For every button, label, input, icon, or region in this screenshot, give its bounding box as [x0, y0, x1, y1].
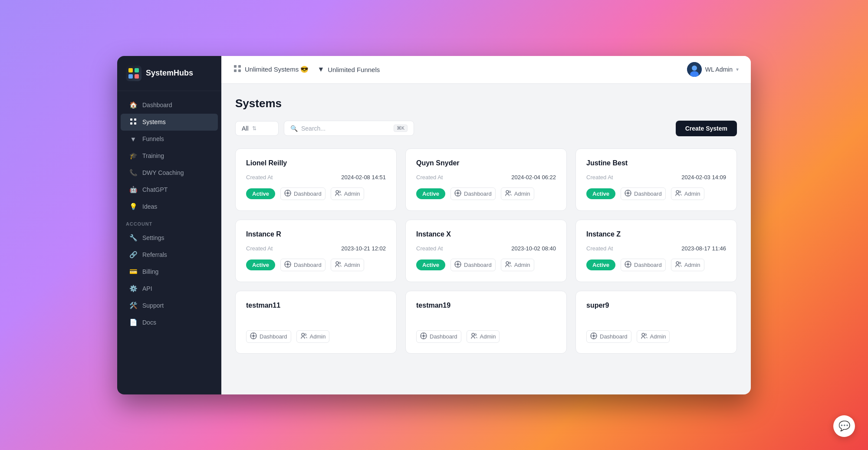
system-card: Instance Z Created At 2023-08-17 11:46 A… — [575, 220, 737, 282]
svg-rect-8 — [234, 65, 237, 68]
status-badge: Active — [416, 188, 445, 199]
systems-pill: Unlimited Systems 😎 — [233, 65, 309, 74]
dashboard-button[interactable]: Dashboard — [586, 330, 631, 343]
dashboard-button[interactable]: Dashboard — [416, 330, 461, 343]
admin-icon — [300, 332, 307, 341]
sidebar-item-billing[interactable]: 💳 Billing — [121, 263, 218, 280]
dashboard-button[interactable]: Dashboard — [621, 259, 666, 271]
chat-button[interactable]: 💬 — [833, 415, 855, 437]
system-card: testman19 Dashboard — [405, 291, 567, 354]
admin-button[interactable]: Admin — [637, 330, 670, 343]
dashboard-button[interactable]: Dashboard — [280, 259, 326, 271]
account-section-label: ACCOUNT — [117, 215, 221, 229]
card-actions: Dashboard Admin — [416, 330, 556, 343]
svg-rect-5 — [134, 118, 136, 121]
admin-icon — [470, 332, 477, 341]
filter-dropdown[interactable]: All ⇅ — [235, 121, 279, 136]
admin-button[interactable]: Admin — [467, 330, 500, 343]
systems-icon — [129, 118, 137, 126]
svg-rect-10 — [234, 69, 237, 72]
search-icon: 🔍 — [290, 125, 298, 132]
admin-icon — [335, 190, 342, 198]
svg-point-49 — [642, 333, 644, 336]
svg-point-36 — [627, 263, 629, 265]
filter-value: All — [242, 125, 249, 132]
dashboard-icon — [625, 261, 631, 269]
admin-icon — [675, 190, 682, 198]
admin-button[interactable]: Admin — [331, 187, 364, 200]
sidebar-item-api[interactable]: ⚙️ API — [121, 280, 218, 297]
created-label: Created At — [416, 174, 443, 181]
card-actions: Active Dashboard — [416, 187, 556, 200]
dashboard-icon — [284, 190, 291, 198]
docs-icon: 📄 — [129, 319, 137, 326]
header: Unlimited Systems 😎 ▼ Unlimited Funnels … — [221, 56, 751, 84]
admin-button[interactable]: Admin — [671, 187, 704, 200]
admin-button[interactable]: Admin — [501, 187, 534, 200]
sidebar-item-dwy-coaching[interactable]: 📞 DWY Coaching — [121, 164, 218, 181]
sidebar-item-chatgpt[interactable]: 🤖 ChatGPT — [121, 181, 218, 198]
dashboard-button[interactable]: Dashboard — [246, 330, 291, 343]
card-actions: Active Dashboard — [246, 259, 386, 271]
admin-icon — [505, 261, 512, 269]
sidebar-label-api: API — [142, 285, 152, 292]
svg-rect-1 — [135, 68, 139, 72]
card-actions: Active Dashboard — [246, 187, 386, 200]
funnels-icon: ▼ — [129, 135, 137, 143]
card-actions: Active Dashboard — [586, 187, 726, 200]
sidebar-item-settings[interactable]: 🔧 Settings — [121, 230, 218, 246]
card-actions: Dashboard Admin — [246, 330, 386, 343]
sidebar-item-dashboard[interactable]: 🏠 Dashboard — [121, 97, 218, 113]
status-badge: Active — [586, 188, 615, 199]
card-meta: Created At 2024-02-08 14:51 — [246, 174, 386, 181]
created-date: 2024-02-08 14:51 — [341, 174, 386, 181]
chevron-down-icon: ▾ — [736, 66, 739, 72]
user-menu[interactable]: WL Admin ▾ — [687, 62, 739, 77]
funnels-plan-icon: ▼ — [317, 66, 324, 73]
header-pills: Unlimited Systems 😎 ▼ Unlimited Funnels — [233, 65, 687, 74]
svg-rect-9 — [238, 65, 241, 68]
card-title: testman11 — [246, 302, 386, 309]
svg-point-34 — [509, 262, 510, 264]
svg-point-32 — [457, 263, 459, 265]
svg-point-17 — [336, 191, 339, 193]
card-title: Instance Z — [586, 230, 726, 238]
card-meta: Created At 2024-02-04 06:22 — [416, 174, 556, 181]
svg-point-42 — [304, 334, 306, 335]
admin-button[interactable]: Admin — [671, 259, 704, 271]
admin-button[interactable]: Admin — [501, 259, 534, 271]
sidebar-item-support[interactable]: 🛠️ Support — [121, 297, 218, 314]
card-title: super9 — [586, 302, 726, 309]
dashboard-button[interactable]: Dashboard — [450, 259, 496, 271]
dashboard-button[interactable]: Dashboard — [280, 187, 326, 200]
admin-button[interactable]: Admin — [296, 330, 330, 343]
svg-point-28 — [287, 263, 289, 265]
create-system-button[interactable]: Create System — [676, 121, 737, 136]
svg-point-50 — [644, 334, 646, 335]
system-card: Lionel Reilly Created At 2024-02-08 14:5… — [235, 148, 397, 211]
svg-point-24 — [627, 192, 629, 194]
sidebar-label-ideas: Ideas — [142, 203, 157, 210]
created-date: 2024-02-03 14:09 — [681, 174, 726, 181]
user-name: WL Admin — [705, 66, 733, 73]
main-content: Unlimited Systems 😎 ▼ Unlimited Funnels … — [221, 56, 751, 394]
svg-point-21 — [506, 191, 509, 193]
dashboard-button[interactable]: Dashboard — [621, 187, 666, 200]
sidebar-item-ideas[interactable]: 💡 Ideas — [121, 198, 218, 215]
admin-icon — [641, 332, 648, 341]
sidebar-item-training[interactable]: 🎓 Training — [121, 148, 218, 164]
created-date: 2023-10-02 08:40 — [511, 245, 556, 252]
admin-button[interactable]: Admin — [331, 259, 364, 271]
search-box[interactable]: 🔍 Search... ⌘K — [284, 121, 414, 136]
search-placeholder: Search... — [301, 125, 326, 132]
dashboard-button[interactable]: Dashboard — [450, 187, 496, 200]
created-label: Created At — [586, 245, 613, 252]
sidebar-item-systems[interactable]: Systems — [121, 114, 218, 131]
sidebar-item-referrals[interactable]: 🔗 Referrals — [121, 246, 218, 263]
svg-point-41 — [302, 333, 304, 336]
status-badge: Active — [416, 259, 445, 270]
svg-point-45 — [472, 333, 474, 336]
sidebar-item-docs[interactable]: 📄 Docs — [121, 314, 218, 331]
sidebar-item-funnels[interactable]: ▼ Funnels — [121, 131, 218, 147]
svg-point-29 — [336, 262, 339, 264]
